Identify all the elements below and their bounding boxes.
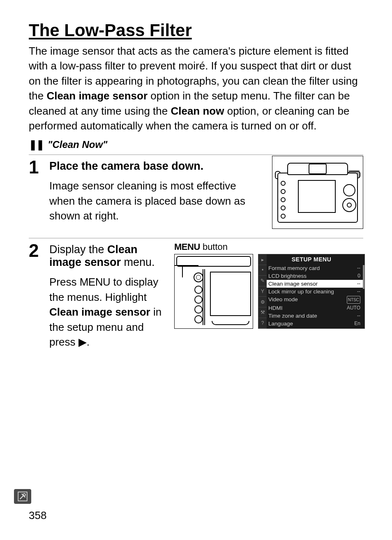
tab-icon: ▸ <box>258 254 267 265</box>
setup-menu-row-label: Lock mirror up for cleaning <box>268 288 334 295</box>
setup-menu-row: HDMIAUTO <box>267 304 363 312</box>
setup-menu-row-label: Time zone and date <box>268 312 317 319</box>
svg-point-1 <box>23 494 25 496</box>
step-2-body-a: Press <box>49 276 80 288</box>
setup-menu-row-value: -- <box>357 312 360 319</box>
tab-icon: • <box>258 265 267 276</box>
setup-menu-tabs: ▸ • ✎ Y ⚙ ⚒ ? <box>258 254 267 328</box>
setup-menu-row-label: Video mode <box>268 296 298 304</box>
setup-menu-row: Clean image sensor-- <box>267 280 363 288</box>
setup-menu-row: LCD brightness0 <box>267 272 363 280</box>
tab-icon: ? <box>258 318 267 329</box>
step-1: 1 Place the camera base down. Image sens… <box>29 158 363 229</box>
right-triangle-icon: ▶ <box>78 335 87 349</box>
tab-icon: ✎ <box>258 276 267 286</box>
step-2-body-d: . <box>87 336 90 348</box>
step-2-body-bold: Clean image sensor <box>49 306 150 318</box>
setup-menu-screenshot: ▸ • ✎ Y ⚙ ⚒ ? SETUP MENU Format memory c… <box>258 254 365 329</box>
step-number: 1 <box>29 158 41 229</box>
page-title: The Low-Pass Filter <box>29 21 363 40</box>
step-2-title-c: menu. <box>121 256 155 268</box>
step-2-title: Display the Clean image sensor menu. <box>49 243 168 269</box>
block-icon: ❚❚ <box>29 139 44 150</box>
setup-menu-row-value: -- <box>357 280 360 287</box>
setup-menu-row-value: -- <box>357 288 360 295</box>
camera-rear-illustration <box>272 156 363 229</box>
subsection-label: "Clean Now" <box>48 139 107 150</box>
intro-paragraph: The image sensor that acts as the camera… <box>29 44 363 133</box>
menu-button-caption: MENU button <box>174 242 365 252</box>
divider <box>29 155 363 155</box>
setup-menu-row: Lock mirror up for cleaning-- <box>267 288 363 295</box>
intro-bold-2: Clean now <box>171 105 224 117</box>
intro-bold-1: Clean image sensor <box>46 90 148 102</box>
page-section-icon <box>14 489 31 504</box>
setup-menu-header: SETUP MENU <box>258 254 364 264</box>
menu-caption-b: button <box>200 242 228 252</box>
menu-caption-a: MENU <box>174 242 200 252</box>
step-1-body: Image sensor cleaning is most effective … <box>49 178 264 223</box>
menu-button-illustration <box>174 254 253 329</box>
step-2-body: Press MENU to display the menus. Highlig… <box>49 275 168 349</box>
setup-menu-row-label: Clean image sensor <box>268 280 318 287</box>
setup-menu-row-label: LCD brightness <box>268 272 307 279</box>
menu-word: MENU <box>80 276 111 288</box>
step-number: 2 <box>29 242 41 349</box>
setup-menu-row-value: 0 <box>357 272 360 279</box>
tools-icon <box>17 491 28 502</box>
setup-menu-row: Video modeNTSC <box>267 295 363 304</box>
page-number: 358 <box>29 509 46 522</box>
setup-menu-row-label: HDMI <box>268 305 283 312</box>
setup-menu-row-value: AUTO <box>347 305 360 312</box>
step-2: 2 Display the Clean image sensor menu. P… <box>29 242 363 349</box>
setup-menu-list: Format memory card--LCD brightness0Clean… <box>267 264 363 328</box>
tab-icon: Y <box>258 286 267 297</box>
setup-menu-row: LanguageEn <box>267 320 363 328</box>
divider <box>29 238 363 238</box>
setup-menu-row: Format memory card-- <box>267 264 363 272</box>
setup-menu-row-label: Language <box>268 320 293 327</box>
setup-menu-row-value: NTSC <box>347 296 360 304</box>
setup-menu-row: Time zone and date-- <box>267 312 363 320</box>
tab-icon: ⚙ <box>258 297 267 307</box>
subsection-heading: ❚❚ "Clean Now" <box>29 139 363 150</box>
step-2-title-a: Display the <box>49 243 107 256</box>
scrollbar <box>363 265 364 289</box>
tab-icon: ⚒ <box>258 307 267 318</box>
setup-menu-row-label: Format memory card <box>268 265 320 272</box>
setup-menu-row-value: -- <box>357 265 360 272</box>
step-1-title: Place the camera base down. <box>49 160 264 173</box>
setup-menu-row-value: En <box>354 320 360 327</box>
